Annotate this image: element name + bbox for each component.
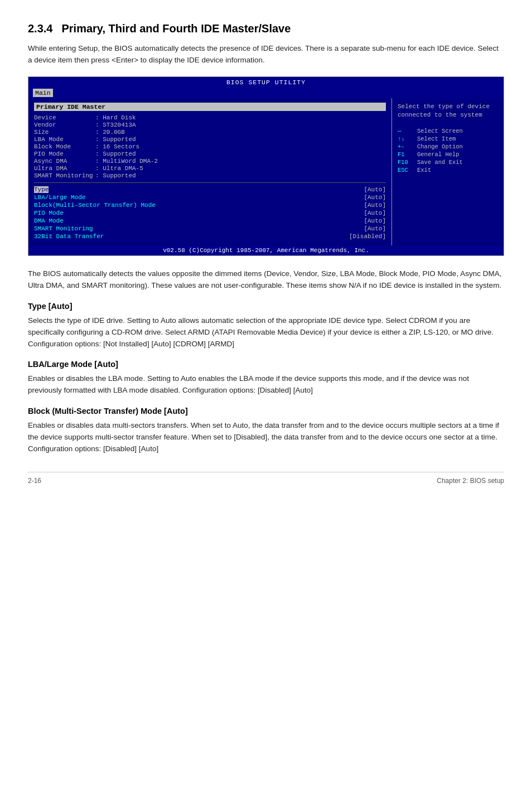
bios-key-desc: Change Option: [417, 143, 463, 150]
bios-key-symbol: ↑↓: [398, 136, 417, 142]
bios-screenshot: BIOS SETUP UTILITY Main Primary IDE Mast…: [28, 76, 504, 256]
bios-key-row: F10Save and Exit: [398, 159, 498, 166]
bios-info-label: Async DMA: [34, 158, 95, 165]
bios-key-row: ↔Select Screen: [398, 128, 498, 134]
bios-key-desc: Select Item: [417, 136, 456, 142]
bios-info-row: Ultra DMA: Ultra DMA-5: [34, 165, 386, 172]
bios-option-value: [Auto]: [364, 186, 386, 193]
bios-info-label: Vendor: [34, 122, 95, 128]
section-title: 2.3.4Primary, Third and Fourth IDE Maste…: [28, 22, 504, 35]
bios-info-row: Async DMA: MultiWord DMA-2: [34, 158, 386, 165]
bios-section-header: Primary IDE Master: [34, 103, 386, 111]
bios-info-value: : Supported: [95, 172, 136, 179]
bios-option-row: LBA/Large Mode[Auto]: [34, 194, 386, 201]
bios-key-symbol: ↔: [398, 128, 417, 134]
bios-option-label: SMART Monitoring: [34, 225, 93, 232]
bios-footer: v02.58 (C)Copyright 1985-2007, American …: [28, 245, 504, 255]
bios-info-value: : Hard Disk: [95, 114, 136, 121]
bios-option-value: [Auto]: [364, 202, 386, 209]
sub-section-heading: Type [Auto]: [28, 302, 504, 311]
bios-key-desc: Save and Exit: [417, 159, 463, 166]
body-paragraph: The BIOS automatically detects the value…: [28, 268, 504, 292]
bios-option-row: DMA Mode[Auto]: [34, 218, 386, 224]
section-number: 2.3.4: [28, 22, 52, 35]
bios-option-label: 32Bit Data Transfer: [34, 233, 104, 240]
bios-info-rows: Device: Hard DiskVendor: ST320413ASize: …: [34, 114, 386, 179]
bios-key-symbol: F10: [398, 159, 417, 166]
bios-title-bar: BIOS SETUP UTILITY: [28, 77, 504, 88]
sub-section-body: Enables or disables data multi-sectors t…: [28, 420, 504, 455]
subsections-container: Type [Auto]Selects the type of IDE drive…: [28, 302, 504, 455]
bios-key-symbol: ESC: [398, 167, 417, 173]
bios-key-row: +-Change Option: [398, 143, 498, 150]
bios-option-value: [Disabled]: [349, 233, 386, 240]
footer-right: Chapter 2: BIOS setup: [437, 477, 504, 485]
bios-info-label: PIO Mode: [34, 151, 95, 157]
bios-option-row: Type[Auto]: [34, 186, 386, 193]
bios-info-value: : MultiWord DMA-2: [95, 158, 158, 165]
section-heading-text: Primary, Third and Fourth IDE Master/Sla…: [61, 22, 291, 35]
bios-option-label: LBA/Large Mode: [34, 194, 85, 201]
bios-key-row: ↑↓Select Item: [398, 136, 498, 142]
bios-info-value: : Supported: [95, 136, 136, 143]
bios-info-value: : Ultra DMA-5: [95, 165, 143, 172]
bios-key-symbol: F1: [398, 151, 417, 158]
bios-info-value: : 20.0GB: [95, 129, 125, 136]
bios-info-label: LBA Mode: [34, 136, 95, 143]
bios-key-desc: Select Screen: [417, 128, 463, 134]
footer-left: 2-16: [28, 477, 41, 485]
bios-option-value: [Auto]: [364, 218, 386, 224]
bios-option-rows: Type[Auto]LBA/Large Mode[Auto]Block(Mult…: [34, 186, 386, 240]
bios-info-row: Vendor: ST320413A: [34, 122, 386, 128]
bios-key-desc: Exit: [417, 167, 431, 173]
sub-section-body: Selects the type of IDE drive. Setting t…: [28, 315, 504, 350]
bios-right-panel: Select the type of device connected to t…: [392, 98, 504, 245]
bios-divider: [34, 182, 386, 183]
sub-section-heading: LBA/Large Mode [Auto]: [28, 360, 504, 369]
bios-info-label: Ultra DMA: [34, 165, 95, 172]
bios-option-row: PIO Mode[Auto]: [34, 210, 386, 216]
bios-left-panel: Primary IDE Master Device: Hard DiskVend…: [28, 98, 392, 245]
bios-info-row: LBA Mode: Supported: [34, 136, 386, 143]
bios-info-value: : Supported: [95, 151, 136, 157]
bios-option-value: [Auto]: [364, 210, 386, 216]
bios-option-value: [Auto]: [364, 225, 386, 232]
bios-info-row: Block Mode: 16 Sectors: [34, 143, 386, 150]
bios-help-text: Select the type of device connected to t…: [398, 103, 498, 120]
bios-content-area: Primary IDE Master Device: Hard DiskVend…: [28, 98, 504, 245]
page-footer: 2-16 Chapter 2: BIOS setup: [28, 472, 504, 485]
bios-nav-main: Main: [33, 89, 53, 97]
bios-key-row: ESCExit: [398, 167, 498, 173]
bios-info-label: Device: [34, 114, 95, 121]
bios-option-label: Block(Multi-Sector Transfer) Mode: [34, 202, 156, 209]
bios-info-row: Size: 20.0GB: [34, 129, 386, 136]
bios-info-label: SMART Monitoring: [34, 172, 95, 179]
bios-key-legend: ↔Select Screen↑↓Select Item+-Change Opti…: [398, 128, 498, 173]
bios-info-value: : ST320413A: [95, 122, 136, 128]
bios-key-symbol: +-: [398, 143, 417, 150]
bios-option-label: DMA Mode: [34, 218, 64, 224]
bios-key-row: F1General Help: [398, 151, 498, 158]
bios-option-label: Type: [34, 186, 49, 193]
sub-section-heading: Block (Multi-Sector Transfer) Mode [Auto…: [28, 407, 504, 416]
bios-option-row: 32Bit Data Transfer[Disabled]: [34, 233, 386, 240]
bios-info-row: SMART Monitoring: Supported: [34, 172, 386, 179]
intro-paragraph: While entering Setup, the BIOS automatic…: [28, 43, 504, 66]
sub-section-body: Enables or disables the LBA mode. Settin…: [28, 373, 504, 397]
bios-info-row: Device: Hard Disk: [34, 114, 386, 121]
bios-info-label: Size: [34, 129, 95, 136]
bios-option-value: [Auto]: [364, 194, 386, 201]
bios-nav-bar: Main: [28, 88, 504, 98]
bios-info-value: : 16 Sectors: [95, 143, 139, 150]
bios-info-label: Block Mode: [34, 143, 95, 150]
bios-key-desc: General Help: [417, 151, 460, 158]
bios-info-row: PIO Mode: Supported: [34, 151, 386, 157]
bios-option-row: Block(Multi-Sector Transfer) Mode[Auto]: [34, 202, 386, 209]
bios-option-label: PIO Mode: [34, 210, 64, 216]
bios-option-row: SMART Monitoring[Auto]: [34, 225, 386, 232]
